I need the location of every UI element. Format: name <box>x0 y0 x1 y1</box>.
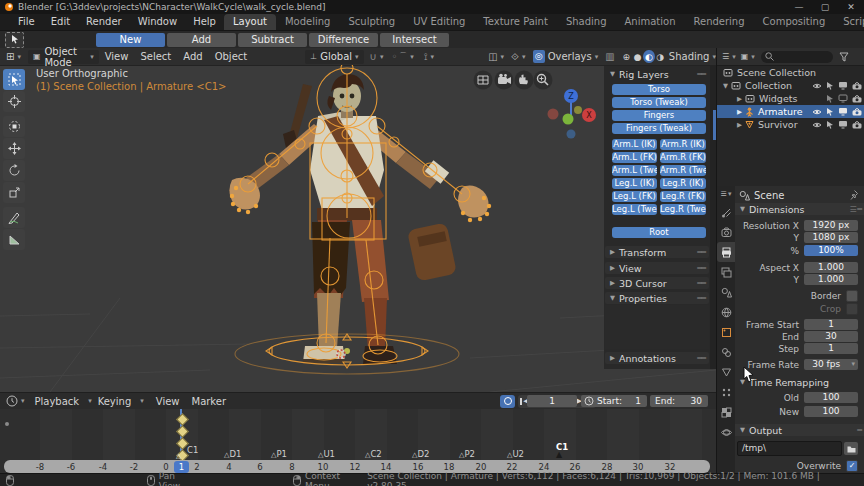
timeline-marker[interactable]: △D2 <box>412 449 429 459</box>
dimensions-panel-header[interactable]: ▼ Dimensions ☰ ═ <box>735 203 864 215</box>
menu-window[interactable]: Window <box>130 14 185 30</box>
editor-type-dropdown[interactable]: ☰▾ <box>717 186 735 202</box>
workspace-tab-layout[interactable]: Layout <box>224 14 276 30</box>
render-visibility-icon[interactable] <box>852 95 862 103</box>
triangle-down-icon[interactable]: ▼ <box>723 82 728 90</box>
close-button[interactable]: ✕ <box>838 1 864 14</box>
rig-button-leg-r-tweak[interactable]: Leg.R (Tweak) <box>660 204 706 215</box>
remap-new-field[interactable]: 100 <box>804 406 858 417</box>
boolean-new-button[interactable]: New <box>96 33 165 47</box>
frame-end-field[interactable]: End:30 <box>650 395 708 407</box>
boolean-add-button[interactable]: Add <box>167 33 236 47</box>
timeline-menu-view[interactable]: View <box>150 393 186 410</box>
workspace-tab-sculpting[interactable]: Sculpting <box>339 14 404 30</box>
timeline-menu-keying[interactable]: Keying <box>92 393 138 410</box>
tab-tool-properties[interactable] <box>717 202 735 222</box>
viewport-visibility-icon[interactable] <box>838 107 848 116</box>
outliner-display-mode-icon[interactable]: ☰ <box>722 52 729 61</box>
tab-object-properties[interactable] <box>717 322 735 342</box>
boolean-intersect-button[interactable]: Intersect <box>380 33 449 47</box>
output-panel-header[interactable]: ▼ Output ═ <box>735 424 864 436</box>
axis-gizmo[interactable]: Z X <box>548 89 597 139</box>
tab-render-properties[interactable] <box>717 222 735 242</box>
outliner-row-widgets[interactable]: ▶ Widgets <box>717 92 864 105</box>
rig-button-arm-l-fk[interactable]: Arm.L (FK) <box>612 152 657 163</box>
selectable-cursor-icon[interactable] <box>826 81 834 90</box>
tab-physics-properties[interactable] <box>717 422 735 442</box>
tab-particles-properties[interactable] <box>717 382 735 402</box>
workspace-tab-scripting[interactable]: Scripting <box>834 14 864 30</box>
proportional-falloff-icon[interactable]: ⌒ <box>399 51 407 62</box>
panel-menu-icon[interactable]: ☰ ═ <box>849 205 861 214</box>
viewport-visibility-icon[interactable] <box>838 81 848 90</box>
viewport-visibility-icon[interactable] <box>838 94 848 103</box>
measure-tool[interactable] <box>3 229 25 250</box>
triangle-right-icon[interactable]: ▶ <box>737 121 742 129</box>
render-visibility-icon[interactable] <box>852 82 862 90</box>
minimize-button[interactable]: — <box>786 1 812 14</box>
frame-start-field[interactable]: Start:1 <box>581 395 647 407</box>
timeline-menu-marker[interactable]: Marker <box>186 393 233 410</box>
shading-rendered-icon[interactable]: ◑ <box>655 50 666 63</box>
rig-layers-panel-header[interactable]: ▼ Rig Layers ══ <box>605 68 709 80</box>
gizmos-toggle-icon[interactable]: ⟐ <box>511 51 519 63</box>
rotate-tool[interactable] <box>3 160 25 181</box>
outliner-filter-id-icon[interactable]: ▣ <box>741 52 749 61</box>
rig-button-arm-r-ik[interactable]: Arm.R (IK) <box>660 139 706 150</box>
active-tool-icon[interactable] <box>5 32 24 48</box>
keyframe-diamond[interactable] <box>176 413 189 426</box>
frame-rate-dropdown[interactable]: 30 fps▾ <box>804 359 858 370</box>
transform-orientation-dropdown[interactable]: ⊥ Global ▾ <box>305 50 363 64</box>
viewport-menu-select[interactable]: Select <box>134 48 177 65</box>
marker-triangle-icon[interactable]: △ <box>176 452 181 460</box>
xray-toggle-icon[interactable]: ▥ <box>605 51 614 62</box>
cursor-3d-panel-header[interactable]: ▶3D Cursor══ <box>605 277 709 289</box>
resolution-y-field[interactable]: 1080 px <box>804 232 858 243</box>
boolean-difference-button[interactable]: Difference <box>309 33 378 47</box>
rig-button-leg-l-tweak[interactable]: Leg.L (Tweak) <box>612 204 657 215</box>
shading-solid-icon[interactable]: ● <box>632 50 643 63</box>
rig-button-arm-l-tweak[interactable]: Arm.L (Tweak) <box>612 165 657 176</box>
select-box-tool[interactable] <box>3 69 25 90</box>
cursor-tool[interactable] <box>3 91 25 112</box>
viewport-menu-object[interactable]: Object <box>209 48 254 65</box>
viewport-3d[interactable]: ⊞▾ ▣ Object Mode ▾ View Select Add Objec… <box>0 48 716 392</box>
workspace-tab-shading[interactable]: Shading <box>557 14 616 30</box>
timeline-channel-area[interactable]: C1 △ △D1 △P1 △U1 △C2 △D2 △P2 △U2 C1 ▲ <box>0 409 716 460</box>
viewport-menu-view[interactable]: View <box>99 48 135 65</box>
outliner-row-collection[interactable]: ▼ Collection <box>717 79 864 92</box>
menu-edit[interactable]: Edit <box>43 14 78 30</box>
frame-start-field[interactable]: 1 <box>804 319 858 330</box>
outliner-row-survivor[interactable]: ▶ Survivor <box>717 118 864 131</box>
workspace-tab-rendering[interactable]: Rendering <box>684 14 753 30</box>
rig-button-root[interactable]: Root <box>612 227 706 238</box>
resolution-x-field[interactable]: 1920 px <box>804 220 858 231</box>
timeline-menu-playback[interactable]: Playback <box>29 393 86 410</box>
shading-label[interactable]: Shading <box>669 51 710 62</box>
workspace-tab-uv-editing[interactable]: UV Editing <box>404 14 474 30</box>
tab-texture-properties[interactable] <box>717 402 735 422</box>
annotations-panel-header[interactable]: ▶Annotations══ <box>605 352 709 364</box>
selectable-cursor-icon[interactable] <box>826 94 834 103</box>
triangle-right-icon[interactable]: ▶ <box>737 95 742 103</box>
rig-button-leg-r-fk[interactable]: Leg.R (FK) <box>660 191 706 202</box>
workspace-tab-compositing[interactable]: Compositing <box>754 14 835 30</box>
viewport-visibility-icon[interactable] <box>838 120 848 129</box>
filter-funnel-icon[interactable] <box>839 52 849 62</box>
aspect-y-field[interactable]: 1.000 <box>804 274 858 285</box>
tab-view-layer-properties[interactable] <box>717 262 735 282</box>
view-panel-header[interactable]: ▶View══ <box>605 262 709 274</box>
grid-view-button[interactable] <box>474 71 493 90</box>
selectable-cursor-icon[interactable] <box>826 120 834 129</box>
frame-end-field[interactable]: 30 <box>804 331 858 342</box>
hide-eye-icon[interactable] <box>812 108 822 116</box>
hide-eye-icon[interactable] <box>812 121 822 129</box>
pivot-point-icon[interactable]: ⟟ <box>424 51 428 63</box>
workspace-tab-texture-paint[interactable]: Texture Paint <box>474 14 557 30</box>
menu-render[interactable]: Render <box>78 14 130 30</box>
timeline-marker[interactable]: △U1 <box>318 449 335 459</box>
rig-button-arm-l-ik[interactable]: Arm.L (IK) <box>612 139 657 150</box>
outliner-row-scene-collection[interactable]: Scene Collection <box>717 66 864 79</box>
snap-magnet-icon[interactable]: ∪ <box>370 51 377 62</box>
rig-button-leg-r-ik[interactable]: Leg.R (IK) <box>660 178 706 189</box>
